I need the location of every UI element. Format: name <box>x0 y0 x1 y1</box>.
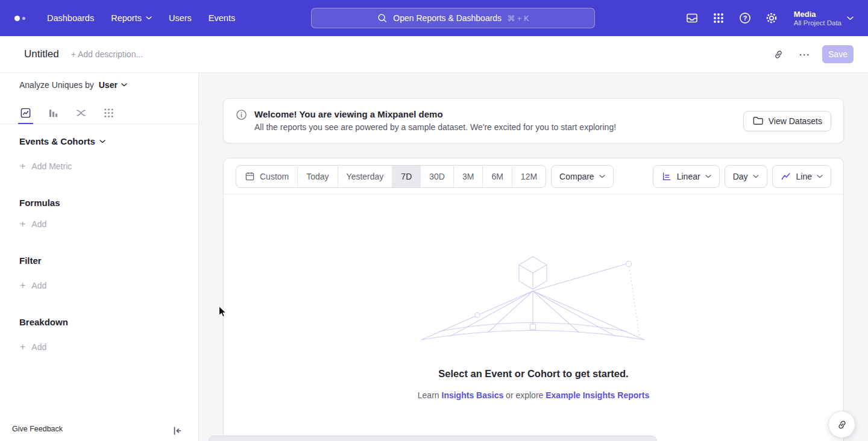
banner-text: Welcome! You are viewing a Mixpanel demo… <box>254 108 616 132</box>
view-datasets-label: View Datasets <box>769 116 822 126</box>
share-link-fab[interactable] <box>828 411 855 438</box>
nav-reports-label: Reports <box>111 13 142 23</box>
project-switcher[interactable]: Media All Project Data <box>794 10 854 27</box>
report-title[interactable]: Untitled <box>24 48 59 60</box>
mixpanel-insights-screen: Dashboards Reports Users Events Open Rep… <box>0 0 868 441</box>
collapse-sidebar-icon[interactable] <box>172 425 183 436</box>
range-12m[interactable]: 12M <box>512 166 546 187</box>
chart-style-dropdown[interactable]: Line <box>772 165 831 188</box>
empty-state-title: Select an Event or Cohort to get started… <box>224 368 843 380</box>
copy-link-button[interactable] <box>769 45 787 63</box>
example-reports-link[interactable]: Example Insights Reports <box>546 390 649 400</box>
folder-icon <box>752 115 764 127</box>
range-today[interactable]: Today <box>297 166 337 187</box>
plus-icon: + <box>20 281 25 290</box>
banner-title: Welcome! You are viewing a Mixpanel demo <box>254 108 616 121</box>
global-search-input[interactable]: Open Reports & Dashboards ⌘ + K <box>311 8 595 28</box>
add-filter-button[interactable]: + Add <box>20 281 46 290</box>
search-icon <box>377 13 388 23</box>
date-range-segmented-control: Custom Today Yesterday 7D 30D 3M 6M 12M <box>236 165 546 188</box>
tab-insights[interactable] <box>20 102 31 124</box>
breakdown-label: Breakdown <box>19 317 68 327</box>
demo-welcome-banner: Welcome! You are viewing a Mixpanel demo… <box>223 98 844 143</box>
events-cohorts-header[interactable]: Events & Cohorts <box>19 136 105 146</box>
tab-flows[interactable] <box>75 102 87 124</box>
empty-state-illustration <box>421 255 646 346</box>
nav-right-cluster: ? Media All Project Data <box>685 10 854 27</box>
project-scope: All Project Data <box>794 19 841 27</box>
chevron-down-icon <box>121 83 127 87</box>
help-icon[interactable]: ? <box>738 11 752 25</box>
add-metric-label: Add Metric <box>31 161 72 171</box>
analyze-label: Analyze Uniques by <box>19 80 94 90</box>
settings-gear-icon[interactable] <box>765 11 778 25</box>
range-yesterday[interactable]: Yesterday <box>338 166 392 187</box>
svg-text:?: ? <box>743 14 747 22</box>
tab-retention[interactable] <box>103 102 115 124</box>
header-actions: ⋯ Save <box>769 45 854 63</box>
chevron-down-icon <box>817 175 823 178</box>
range-7d[interactable]: 7D <box>392 166 420 187</box>
chart-toolbar: Custom Today Yesterday 7D 30D 3M 6M 12M … <box>224 158 843 195</box>
nav-reports[interactable]: Reports <box>102 0 160 36</box>
formulas-header: Formulas <box>19 198 60 208</box>
apps-grid-icon[interactable] <box>712 11 725 25</box>
add-breakdown-label: Add <box>31 342 46 352</box>
give-feedback-link[interactable]: Give Feedback <box>12 425 63 433</box>
insights-basics-link[interactable]: Insights Basics <box>442 390 504 400</box>
ellipsis-icon: ⋯ <box>799 48 811 61</box>
range-30d[interactable]: 30D <box>420 166 453 187</box>
report-header: Untitled + Add description... ⋯ Save <box>0 36 868 73</box>
link-icon <box>836 419 848 431</box>
add-description[interactable]: + Add description... <box>71 49 143 59</box>
bar-chart-icon <box>48 107 59 119</box>
chevron-down-icon <box>847 16 854 20</box>
tab-funnels[interactable] <box>48 102 59 124</box>
nav-dashboards[interactable]: Dashboards <box>39 0 102 36</box>
project-text: Media All Project Data <box>794 10 841 27</box>
scale-dropdown[interactable]: Linear <box>653 165 720 188</box>
interval-dropdown[interactable]: Day <box>725 165 767 188</box>
save-button[interactable]: Save <box>822 45 854 63</box>
filter-header: Filter <box>19 255 42 266</box>
view-datasets-button[interactable]: View Datasets <box>743 111 831 131</box>
metric-tab-strip <box>0 102 199 124</box>
add-formula-button[interactable]: + Add <box>20 219 46 229</box>
project-name: Media <box>794 10 841 19</box>
chart-style-label: Line <box>796 172 812 181</box>
chevron-down-icon <box>99 140 105 143</box>
range-6m[interactable]: 6M <box>482 166 511 187</box>
bottom-sheet-edge <box>209 436 657 441</box>
scale-label: Linear <box>677 172 700 181</box>
logo-dot-large <box>14 16 20 21</box>
mixpanel-logo[interactable] <box>14 16 25 21</box>
line-chart-icon <box>781 171 791 182</box>
chevron-down-icon <box>146 16 152 20</box>
compare-button[interactable]: Compare <box>551 165 614 188</box>
insights-report-card: Custom Today Yesterday 7D 30D 3M 6M 12M … <box>223 158 844 441</box>
range-custom[interactable]: Custom <box>236 166 297 187</box>
formulas-label: Formulas <box>19 198 60 208</box>
nav-events[interactable]: Events <box>200 0 244 36</box>
info-icon <box>236 109 247 120</box>
add-breakdown-button[interactable]: + Add <box>20 342 46 352</box>
calendar-icon <box>245 171 255 181</box>
plus-icon: + <box>20 161 25 171</box>
nav-users[interactable]: Users <box>160 0 200 36</box>
plus-icon: + <box>20 342 25 352</box>
analyze-uniques-row: Analyze Uniques by User <box>19 80 127 90</box>
banner-body: All the reports you see are powered by a… <box>254 122 616 132</box>
range-custom-label: Custom <box>260 172 289 181</box>
range-3m[interactable]: 3M <box>453 166 482 187</box>
link-icon <box>773 49 784 60</box>
analyze-by-dropdown[interactable]: User <box>99 80 127 90</box>
breakdown-header: Breakdown <box>19 317 68 327</box>
add-metric-button[interactable]: + Add Metric <box>20 161 72 171</box>
chevron-down-icon <box>705 175 711 178</box>
chart-display-controls: Linear Day Line <box>653 165 831 188</box>
inbox-icon[interactable] <box>685 11 699 25</box>
search-shortcut: ⌘ + K <box>507 14 529 23</box>
more-options-button[interactable]: ⋯ <box>796 45 814 63</box>
add-filter-label: Add <box>31 281 46 290</box>
events-cohorts-label: Events & Cohorts <box>19 136 95 146</box>
